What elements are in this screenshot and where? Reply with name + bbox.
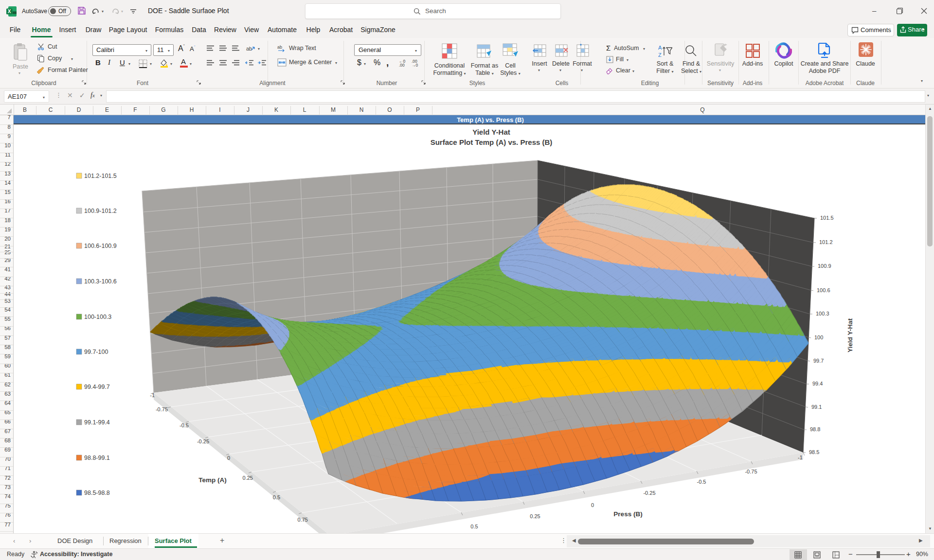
svg-text:A: A bbox=[658, 45, 662, 51]
svg-text:Z: Z bbox=[658, 52, 662, 58]
svg-text:ab: ab bbox=[246, 46, 252, 52]
svg-text:X: X bbox=[8, 9, 11, 14]
svg-text:ab: ab bbox=[277, 45, 282, 50]
svg-text:→0: →0 bbox=[412, 63, 418, 67]
svg-text:.00: .00 bbox=[399, 63, 405, 67]
